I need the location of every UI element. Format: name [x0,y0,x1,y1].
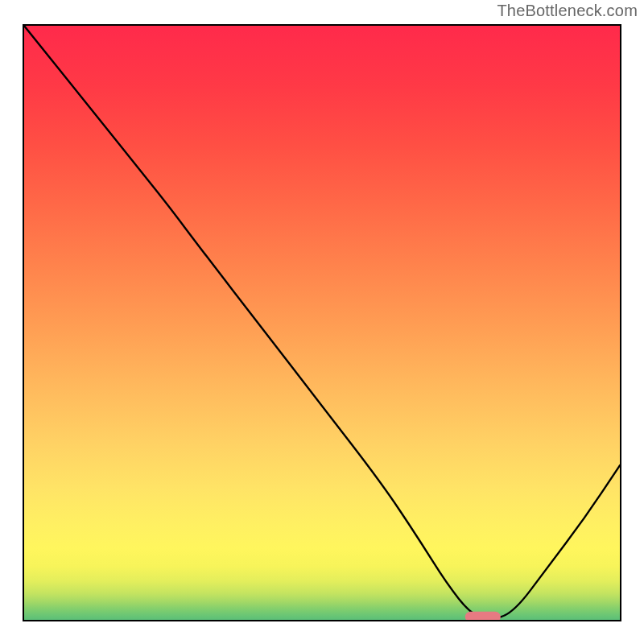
optimal-marker [465,612,501,620]
gradient-background [24,26,620,620]
attribution-text: TheBottleneck.com [497,2,638,20]
chart-frame: TheBottleneck.com [0,0,644,644]
plot-area [23,24,621,621]
chart-svg [24,26,620,620]
